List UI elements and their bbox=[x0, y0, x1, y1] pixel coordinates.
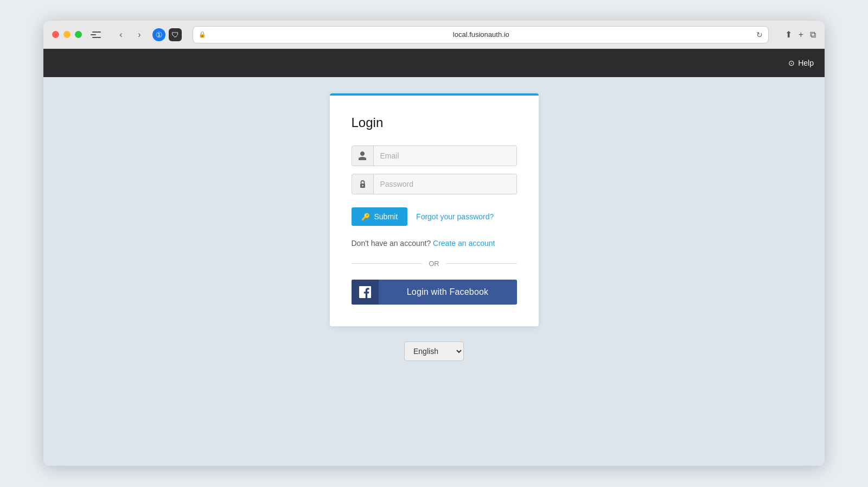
refresh-button[interactable]: ↻ bbox=[756, 30, 763, 39]
facebook-icon bbox=[359, 286, 371, 298]
minimize-button[interactable] bbox=[63, 31, 71, 38]
key-icon: 🔑 bbox=[361, 213, 370, 221]
privacy-extension-icon[interactable]: 🛡 bbox=[169, 28, 182, 41]
browser-window: ‹ › ① 🛡 🔒 local.fusionauth.io ↻ ⬆ + ⧉ ⊙ … bbox=[43, 21, 825, 466]
help-bar: ⊙ Help bbox=[43, 49, 825, 77]
login-title: Login bbox=[352, 115, 517, 130]
page-content: Login bbox=[43, 77, 825, 466]
password-input-group bbox=[352, 174, 517, 194]
svg-point-2 bbox=[362, 185, 363, 186]
facebook-login-button[interactable]: Login with Facebook bbox=[352, 280, 517, 305]
browser-action-buttons: ⬆ + ⧉ bbox=[785, 29, 816, 40]
no-account-text: Don't have an account? bbox=[352, 239, 431, 248]
svg-point-0 bbox=[361, 152, 365, 156]
submit-label: Submit bbox=[374, 212, 398, 221]
email-input-group bbox=[352, 146, 517, 166]
close-button[interactable] bbox=[52, 31, 59, 38]
language-selector[interactable]: English bbox=[404, 341, 464, 361]
submit-button[interactable]: 🔑 Submit bbox=[352, 207, 408, 226]
sidebar-toggle-button[interactable] bbox=[91, 30, 103, 40]
or-line-left bbox=[352, 263, 423, 264]
browser-nav-controls: ‹ › bbox=[113, 27, 147, 42]
password-manager-icon[interactable]: ① bbox=[152, 28, 165, 41]
password-input[interactable] bbox=[374, 174, 516, 194]
form-actions: 🔑 Submit Forgot your password? bbox=[352, 207, 517, 226]
register-text: Don't have an account? Create an account bbox=[352, 239, 517, 248]
new-tab-button[interactable]: + bbox=[799, 30, 803, 40]
create-account-link[interactable]: Create an account bbox=[433, 239, 495, 248]
traffic-lights bbox=[52, 31, 82, 38]
help-circle-icon: ⊙ bbox=[788, 59, 795, 67]
sidebar-bar-icon bbox=[92, 37, 101, 38]
url-text: local.fusionauth.io bbox=[209, 30, 753, 39]
share-button[interactable]: ⬆ bbox=[785, 29, 792, 40]
sidebar-bar-icon bbox=[91, 34, 96, 35]
or-line-right bbox=[446, 263, 517, 264]
address-bar[interactable]: 🔒 local.fusionauth.io ↻ bbox=[193, 26, 769, 43]
tabs-button[interactable]: ⧉ bbox=[810, 30, 816, 40]
or-divider: OR bbox=[352, 260, 517, 268]
back-button[interactable]: ‹ bbox=[113, 27, 129, 42]
user-icon bbox=[352, 146, 374, 166]
extension-icons: ① 🛡 bbox=[152, 28, 182, 41]
or-text: OR bbox=[429, 260, 439, 268]
forgot-password-link[interactable]: Forgot your password? bbox=[416, 212, 494, 221]
lock-icon: 🔒 bbox=[199, 31, 206, 38]
login-card: Login bbox=[330, 93, 539, 326]
browser-titlebar: ‹ › ① 🛡 🔒 local.fusionauth.io ↻ ⬆ + ⧉ bbox=[43, 21, 825, 49]
help-button[interactable]: ⊙ Help bbox=[788, 59, 814, 67]
card-body: Login bbox=[330, 96, 539, 326]
maximize-button[interactable] bbox=[75, 31, 82, 38]
lock-field-icon bbox=[352, 174, 374, 194]
facebook-icon-box bbox=[352, 280, 379, 305]
facebook-label: Login with Facebook bbox=[379, 287, 517, 297]
language-selector-wrapper: English bbox=[404, 341, 464, 361]
help-label: Help bbox=[798, 59, 814, 67]
sidebar-bar-icon bbox=[92, 31, 101, 33]
email-input[interactable] bbox=[374, 146, 516, 166]
forward-button[interactable]: › bbox=[132, 27, 147, 42]
